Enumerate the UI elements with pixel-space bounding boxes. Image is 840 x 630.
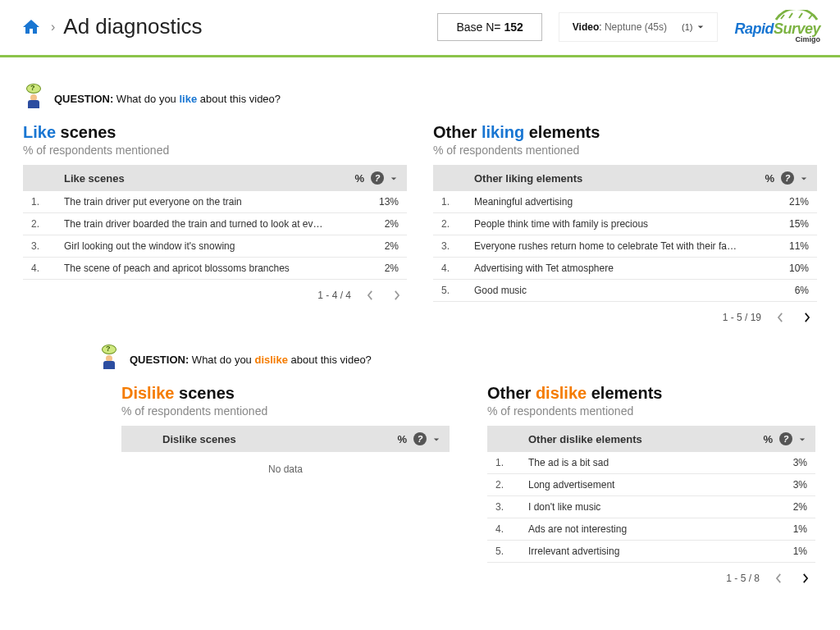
- row-pct: 3%: [769, 457, 807, 468]
- row-index: 4.: [495, 523, 528, 535]
- menu-icon[interactable]: [390, 172, 399, 185]
- question-dislike: ? QUESTION: What do you dislike about th…: [98, 348, 817, 371]
- row-pct: 15%: [771, 218, 809, 230]
- chevron-down-icon: [697, 24, 704, 30]
- row-text: The train driver put everyone on the tra…: [64, 196, 361, 208]
- table-header: Like scenes%?: [23, 165, 407, 191]
- row-pct: 11%: [771, 240, 809, 252]
- row-index: 1.: [495, 457, 528, 468]
- row-text: The ad is a bit sad: [528, 457, 769, 468]
- row-text: The scene of peach and apricot blossoms …: [64, 262, 361, 274]
- question-icon: ?: [98, 348, 121, 371]
- no-data: No data: [121, 452, 450, 486]
- table-header: Other liking elements%?: [433, 165, 817, 191]
- page-range: 1 - 4 / 4: [317, 290, 351, 301]
- row-text: Everyone rushes return home to celebrate…: [474, 240, 771, 252]
- row-index: 4.: [31, 262, 64, 274]
- panel-like-scenes: Like scenes % of respondents mentioned L…: [23, 123, 407, 333]
- row-index: 3.: [31, 240, 64, 252]
- row-text: People think time with family is preciou…: [474, 218, 771, 230]
- table-row: 1.Meaningful advertising21%: [433, 191, 817, 213]
- row-pct: 10%: [771, 262, 809, 274]
- next-page-button[interactable]: [799, 310, 814, 325]
- row-index: 5.: [441, 285, 474, 296]
- home-icon[interactable]: [20, 17, 43, 37]
- table-header: Dislike scenes%?: [121, 426, 450, 452]
- row-pct: 3%: [769, 479, 807, 491]
- table-body: 1.Meaningful advertising21%2.People thin…: [433, 191, 817, 302]
- table-row: 1.The train driver put everyone on the t…: [23, 191, 407, 213]
- table-row: 5.Irrelevant advertising1%: [487, 541, 815, 563]
- top-bar: › Ad diagnostics Base N= 152 Video: Nept…: [0, 0, 840, 57]
- row-pct: 13%: [361, 196, 399, 208]
- row-text: I don't like music: [528, 501, 769, 513]
- help-icon[interactable]: ?: [413, 432, 427, 445]
- panel-dislike-elements: Other dislike elements % of respondents …: [487, 384, 815, 594]
- video-count: (1): [682, 22, 692, 32]
- dislike-word: dislike: [254, 354, 287, 366]
- logo-sub: Cimigo: [796, 35, 821, 43]
- logo-rapid: Rapid: [734, 21, 774, 37]
- row-pct: 2%: [361, 218, 399, 230]
- page-range: 1 - 5 / 8: [726, 573, 760, 584]
- row-text: Advertising with Tet atmosphere: [474, 262, 771, 274]
- table-row: 4.The scene of peach and apricot blossom…: [23, 258, 407, 280]
- row-index: 1.: [441, 196, 474, 208]
- row-text: Girl looking out the window it's snowing: [64, 240, 361, 252]
- menu-icon[interactable]: [799, 433, 807, 445]
- table-row: 3.Everyone rushes return home to celebra…: [433, 235, 817, 258]
- menu-icon[interactable]: [433, 433, 441, 445]
- table-body: 1.The ad is a bit sad3%2.Long advertisem…: [487, 452, 815, 563]
- pager: 1 - 4 / 4: [23, 280, 407, 311]
- row-index: 3.: [495, 501, 528, 513]
- row-index: 4.: [441, 262, 474, 274]
- table-row: 2.Long advertisement3%: [487, 474, 815, 496]
- table-row: 4.Advertising with Tet atmosphere10%: [433, 258, 817, 280]
- row-index: 1.: [31, 196, 64, 208]
- video-name: Neptune (45s): [605, 21, 667, 33]
- row-text: Good music: [474, 285, 771, 296]
- table-row: 3.Girl looking out the window it's snowi…: [23, 235, 407, 258]
- breadcrumb-chevron-icon: ›: [51, 20, 55, 34]
- row-index: 2.: [31, 218, 64, 230]
- menu-icon[interactable]: [801, 172, 809, 185]
- prev-page-button[interactable]: [363, 288, 377, 303]
- row-text: Long advertisement: [528, 479, 769, 491]
- table-row: 4.Ads are not interesting1%: [487, 518, 815, 541]
- prev-page-button[interactable]: [773, 310, 788, 325]
- logo-arc-icon: [773, 10, 820, 21]
- row-index: 5.: [495, 546, 528, 557]
- row-text: Irrelevant advertising: [528, 546, 769, 557]
- like-word: like: [179, 93, 197, 105]
- pager: 1 - 5 / 8: [487, 563, 815, 594]
- row-index: 3.: [441, 240, 474, 252]
- row-pct: 2%: [361, 240, 399, 252]
- video-selector[interactable]: Video: Neptune (45s) (1): [559, 12, 719, 42]
- row-pct: 2%: [361, 262, 399, 274]
- page-range: 1 - 5 / 19: [723, 312, 761, 323]
- row-pct: 1%: [769, 523, 807, 535]
- q-label: QUESTION:: [54, 93, 113, 105]
- help-icon[interactable]: ?: [781, 171, 794, 185]
- panel-dislike-scenes: Dislike scenes % of respondents mentione…: [121, 384, 450, 594]
- row-index: 2.: [495, 479, 528, 491]
- row-pct: 21%: [771, 196, 809, 208]
- next-page-button[interactable]: [389, 288, 404, 303]
- help-icon[interactable]: ?: [779, 432, 792, 445]
- logo-survey: Survey: [774, 21, 820, 37]
- row-pct: 6%: [771, 285, 809, 296]
- next-page-button[interactable]: [797, 571, 812, 586]
- table-row: 2.The train driver boarded the train and…: [23, 213, 407, 235]
- table-row: 1.The ad is a bit sad3%: [487, 452, 815, 474]
- base-n-value: 152: [504, 21, 523, 34]
- row-index: 2.: [441, 218, 474, 230]
- row-text: Ads are not interesting: [528, 523, 769, 535]
- question-like: ? QUESTION: What do you like about this …: [23, 87, 817, 110]
- table-row: 2.People think time with family is preci…: [433, 213, 817, 235]
- prev-page-button[interactable]: [771, 571, 786, 586]
- row-pct: 1%: [769, 546, 807, 557]
- table-header: Other dislike elements%?: [487, 426, 815, 452]
- video-label: Video: [573, 21, 599, 33]
- table-row: 5.Good music6%: [433, 280, 817, 302]
- help-icon[interactable]: ?: [371, 171, 384, 185]
